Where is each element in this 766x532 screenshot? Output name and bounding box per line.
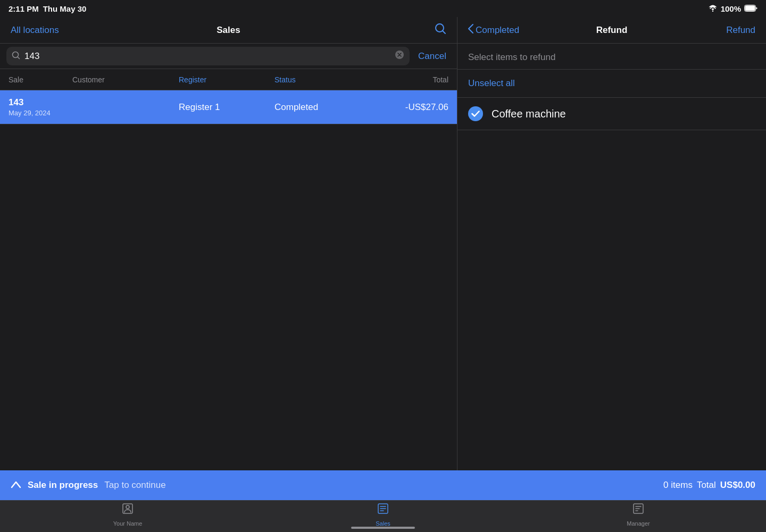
chevron-left-icon (468, 24, 473, 36)
sale-in-progress: Sale in progress Tap to continue (11, 480, 166, 491)
svg-point-7 (126, 505, 129, 509)
back-button[interactable]: Completed (468, 24, 519, 36)
item-row[interactable]: Coffee machine (457, 98, 766, 130)
status-bar: 2:11 PM Thu May 30 100% (0, 0, 766, 17)
item-name: Coffee machine (492, 108, 566, 120)
tap-to-continue-text: Tap to continue (104, 480, 165, 491)
tab-manager[interactable]: Manager (511, 502, 766, 527)
row-sale-id: 143 (9, 97, 72, 108)
select-items-label: Select items to refund (457, 44, 766, 70)
row-register: Register 1 (179, 102, 274, 113)
col-register-header[interactable]: Register (179, 75, 274, 84)
tab-your-name[interactable]: Your Name (0, 502, 255, 527)
total-label: Total (697, 480, 716, 491)
item-checkbox[interactable] (468, 106, 483, 121)
svg-point-0 (712, 11, 713, 12)
search-icon[interactable] (435, 23, 446, 37)
cancel-button[interactable]: Cancel (414, 51, 451, 62)
manager-icon (632, 502, 645, 518)
col-sale-header: Sale (9, 75, 72, 84)
right-content: Select items to refund Unselect all Coff… (457, 44, 766, 470)
left-nav: All locations Sales (0, 17, 457, 44)
left-panel: All locations Sales (0, 17, 457, 470)
chevron-up-icon (11, 480, 21, 491)
right-nav: Completed Refund Refund (457, 17, 766, 44)
refund-action-button[interactable]: Refund (726, 25, 755, 36)
tab-your-name-label: Your Name (113, 520, 143, 527)
tab-manager-label: Manager (627, 520, 650, 527)
bottom-bar[interactable]: Sale in progress Tap to continue 0 items… (0, 470, 766, 500)
total-amount: US$0.00 (720, 480, 755, 491)
search-icon-inner (12, 51, 20, 62)
wifi-icon (708, 4, 718, 13)
refund-title: Refund (596, 25, 628, 36)
bottom-bar-right: 0 items Total US$0.00 (663, 480, 755, 491)
back-label: Completed (476, 25, 519, 36)
search-input[interactable] (24, 51, 390, 62)
right-panel: Completed Refund Refund Select items to … (457, 17, 766, 470)
col-status-header[interactable]: Status (274, 75, 370, 84)
sales-title: Sales (217, 25, 240, 36)
unselect-all-button[interactable]: Unselect all (457, 70, 766, 98)
search-clear-icon[interactable] (395, 50, 404, 62)
battery-percentage: 100% (721, 4, 741, 13)
row-sale-info: 143 May 29, 2024 (9, 97, 72, 117)
table-header: Sale Customer Register Status Total (0, 69, 457, 90)
person-icon (121, 502, 134, 518)
col-customer-header: Customer (72, 75, 179, 84)
sales-icon (377, 502, 389, 518)
item-count: 0 items (663, 480, 693, 491)
tab-sales-label: Sales (376, 520, 390, 527)
status-date: Thu May 30 (43, 4, 87, 13)
search-bar: Cancel (0, 44, 457, 69)
status-time: 2:11 PM (9, 4, 39, 13)
row-total: -US$27.06 (370, 102, 448, 113)
table-row[interactable]: 143 May 29, 2024 Register 1 Completed -U… (0, 90, 457, 124)
search-input-wrapper[interactable] (6, 47, 410, 65)
row-status: Completed (274, 102, 370, 113)
main-layout: All locations Sales (0, 17, 766, 470)
battery-icon (744, 4, 757, 13)
row-sale-date: May 29, 2024 (9, 109, 72, 117)
all-locations-link[interactable]: All locations (11, 25, 59, 36)
status-right: 100% (708, 4, 757, 13)
col-total-header: Total (370, 75, 448, 84)
tab-sales[interactable]: Sales (255, 502, 511, 527)
sale-in-progress-text: Sale in progress (28, 480, 98, 491)
home-indicator (351, 527, 415, 529)
svg-rect-2 (745, 5, 755, 11)
